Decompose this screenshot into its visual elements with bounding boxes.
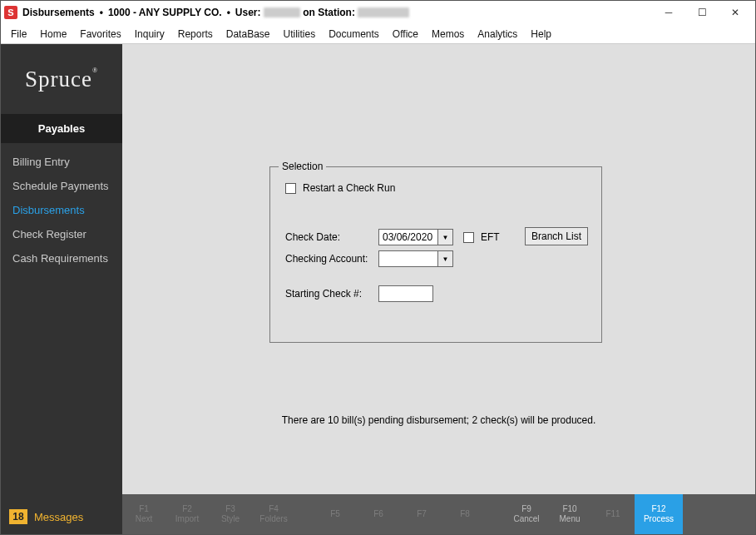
menu-utilities[interactable]: Utilities: [276, 27, 322, 42]
fkey-f5[interactable]: F5: [314, 494, 357, 534]
titlebar: S Disbursements • 1000 - ANY SUPPLY CO. …: [1, 1, 755, 24]
menu-home[interactable]: Home: [33, 27, 73, 42]
logo-area: Spruce®: [1, 44, 122, 114]
sidebar-nav: Billing Entry Schedule Payments Disburse…: [1, 143, 122, 270]
check-date-dropdown-button[interactable]: ▼: [438, 229, 453, 245]
maximize-button[interactable]: ☐: [685, 2, 719, 23]
sidebar-item-cash-requirements[interactable]: Cash Requirements: [1, 246, 122, 270]
sidebar: Spruce® Payables Billing Entry Schedule …: [1, 44, 122, 534]
fkey-f2[interactable]: F2Import: [166, 494, 209, 534]
fkey-f11[interactable]: F11: [591, 494, 635, 534]
fkey-f12[interactable]: F12Process: [635, 494, 683, 534]
menu-documents[interactable]: Documents: [322, 27, 386, 42]
check-date-input[interactable]: [378, 229, 438, 245]
messages-count-badge: 18: [9, 509, 27, 524]
fkey-f6[interactable]: F6: [357, 494, 400, 534]
fkey-f4[interactable]: F4Folders: [252, 494, 295, 534]
restart-label: Restart a Check Run: [303, 182, 395, 194]
starting-check-label: Starting Check #:: [285, 288, 378, 300]
menu-analytics[interactable]: Analytics: [471, 27, 524, 42]
selection-groupbox: Selection Restart a Check Run Check Date…: [269, 166, 602, 343]
eft-checkbox[interactable]: [463, 232, 474, 243]
checking-account-row: Checking Account: ▼: [285, 250, 453, 267]
menu-file[interactable]: File: [4, 27, 33, 42]
fkey-f3[interactable]: F3Style: [209, 494, 252, 534]
title-station-redacted: [358, 7, 409, 17]
sidebar-section-header: Payables: [1, 114, 122, 143]
eft-label: EFT: [481, 231, 500, 243]
restart-checkbox[interactable]: [285, 183, 296, 194]
brand-logo: Spruce®: [25, 67, 98, 92]
close-button[interactable]: ✕: [719, 2, 752, 23]
check-date-row: Check Date: ▼ EFT: [285, 229, 500, 245]
menu-database[interactable]: DataBase: [220, 27, 277, 42]
work-area: Selection Restart a Check Run Check Date…: [122, 44, 755, 534]
messages-label: Messages: [34, 511, 83, 523]
minimize-button[interactable]: ─: [652, 2, 685, 23]
branch-list-button[interactable]: Branch List: [525, 227, 588, 245]
window-controls: ─ ☐ ✕: [652, 2, 752, 23]
menu-inquiry[interactable]: Inquiry: [128, 27, 171, 42]
starting-check-row: Starting Check #:: [285, 285, 433, 302]
fkey-f1[interactable]: F1Next: [122, 494, 166, 534]
sidebar-item-disbursements[interactable]: Disbursements: [1, 198, 122, 222]
check-date-label: Check Date:: [285, 231, 378, 243]
fkey-f10[interactable]: F10Menu: [548, 494, 591, 534]
window-title: Disbursements • 1000 - ANY SUPPLY CO. • …: [22, 7, 409, 18]
menu-favorites[interactable]: Favorites: [73, 27, 127, 42]
title-company: 1000 - ANY SUPPLY CO.: [108, 7, 222, 18]
title-user-prefix: User:: [235, 7, 261, 18]
sidebar-item-billing-entry[interactable]: Billing Entry: [1, 150, 122, 174]
starting-check-input[interactable]: [378, 285, 433, 302]
restart-row: Restart a Check Run: [285, 182, 395, 194]
fkey-f8[interactable]: F8: [443, 494, 487, 534]
menu-memos[interactable]: Memos: [425, 27, 471, 42]
menu-reports[interactable]: Reports: [171, 27, 220, 42]
sidebar-item-check-register[interactable]: Check Register: [1, 222, 122, 246]
checking-account-dropdown-button[interactable]: ▼: [438, 250, 453, 267]
title-station-prefix: on Station:: [303, 7, 355, 18]
fkey-f9[interactable]: F9Cancel: [505, 494, 548, 534]
menubar: File Home Favorites Inquiry Reports Data…: [1, 24, 755, 44]
checking-account-label: Checking Account:: [285, 253, 378, 265]
title-module: Disbursements: [22, 7, 95, 18]
menu-office[interactable]: Office: [386, 27, 425, 42]
messages-button[interactable]: 18 Messages: [1, 503, 122, 534]
function-key-bar: F1Next F2Import F3Style F4Folders F5 F6 …: [122, 494, 755, 534]
status-line: There are 10 bill(s) pending disbursemen…: [122, 414, 755, 426]
app-icon: S: [4, 6, 17, 19]
sidebar-item-schedule-payments[interactable]: Schedule Payments: [1, 174, 122, 198]
fkey-f7[interactable]: F7: [400, 494, 443, 534]
selection-legend: Selection: [279, 161, 326, 172]
menu-help[interactable]: Help: [524, 27, 558, 42]
title-user-redacted: [264, 7, 300, 17]
checking-account-input[interactable]: [378, 250, 438, 267]
